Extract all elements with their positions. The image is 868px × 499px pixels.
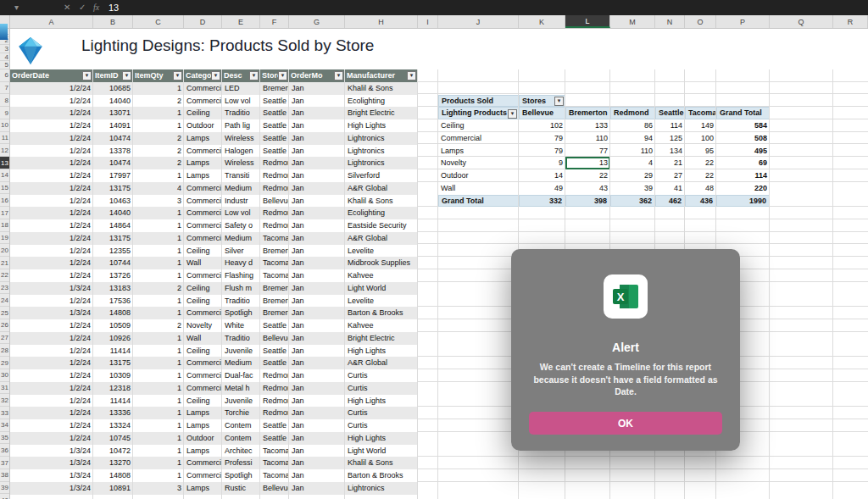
table-cell[interactable]: Tacoma bbox=[260, 469, 289, 482]
table-cell[interactable]: 17536 bbox=[93, 295, 133, 308]
column-header-e[interactable]: E bbox=[222, 15, 260, 28]
table-cell[interactable]: Jan bbox=[289, 119, 345, 132]
table-cell[interactable]: Outdoor bbox=[184, 119, 222, 132]
row-header-9[interactable]: 9 bbox=[0, 107, 9, 119]
table-cell[interactable]: 1 bbox=[133, 445, 184, 457]
table-cell[interactable]: A&R Global bbox=[345, 357, 418, 369]
pivot-value-cell[interactable]: 102 bbox=[519, 119, 565, 132]
table-cell[interactable]: Metal h bbox=[222, 382, 260, 395]
table-cell[interactable]: 13175 bbox=[93, 357, 133, 369]
table-cell[interactable]: Seattle bbox=[260, 145, 289, 158]
row-header-5[interactable]: 5 bbox=[0, 61, 9, 69]
pivot-column-header-bremerton[interactable]: Bremerton bbox=[565, 107, 610, 119]
table-cell[interactable]: Jan bbox=[289, 95, 345, 108]
row-header-10[interactable]: 10 bbox=[0, 119, 9, 132]
table-cell[interactable]: Jan bbox=[289, 432, 345, 445]
row-header-8[interactable]: 8 bbox=[0, 94, 9, 107]
filter-button-manufacturer[interactable]: ▼ bbox=[407, 71, 416, 80]
table-cell[interactable]: Midbrook Supplies bbox=[345, 257, 418, 269]
table-cell[interactable]: 1 bbox=[133, 295, 184, 308]
table-cell[interactable]: Halogen bbox=[222, 145, 260, 158]
table-cell[interactable]: Jan bbox=[289, 145, 345, 158]
pivot-grand-total-value[interactable]: 436 bbox=[685, 195, 716, 208]
table-cell[interactable]: Bremerton bbox=[260, 245, 289, 258]
table-header-desc[interactable]: Desc▼ bbox=[222, 69, 260, 82]
table-cell[interactable]: Jan bbox=[289, 395, 345, 408]
table-cell[interactable]: Bright Electric bbox=[345, 332, 418, 345]
table-cell[interactable]: Redmond bbox=[260, 395, 289, 408]
table-cell[interactable]: 4 bbox=[133, 182, 184, 195]
pivot-value-cell[interactable]: 79 bbox=[519, 132, 565, 145]
table-cell[interactable]: High Lights bbox=[345, 345, 418, 358]
table-cell[interactable]: Wireless bbox=[222, 157, 260, 169]
pivot-value-cell[interactable]: 22 bbox=[685, 157, 716, 169]
row-header-37[interactable]: 37 bbox=[0, 457, 9, 469]
table-cell[interactable]: 1/2/24 bbox=[10, 119, 93, 132]
table-cell[interactable]: 10474 bbox=[93, 132, 133, 145]
table-cell[interactable]: Jan bbox=[289, 269, 345, 282]
pivot-column-header-grand-total[interactable]: Grand Total bbox=[716, 107, 770, 119]
pivot-grand-total-value[interactable]: 362 bbox=[610, 195, 655, 208]
table-cell[interactable]: Commercial bbox=[184, 195, 222, 208]
table-cell[interactable]: Industr bbox=[222, 195, 260, 208]
pivot-value-cell[interactable]: 495 bbox=[716, 145, 770, 158]
column-header-c[interactable]: C bbox=[133, 15, 184, 28]
filter-button-store[interactable]: ▼ bbox=[278, 71, 287, 80]
table-cell[interactable]: Jan bbox=[289, 219, 345, 232]
pivot-value-cell[interactable]: 29 bbox=[610, 169, 655, 182]
table-cell[interactable]: 1/2/24 bbox=[10, 345, 93, 358]
table-header-itemqty[interactable]: ItemQty▼ bbox=[133, 69, 184, 82]
row-header-29[interactable]: 29 bbox=[0, 357, 9, 369]
pivot-row-label[interactable]: Lamps bbox=[438, 145, 519, 158]
row-header-20[interactable]: 20 bbox=[0, 244, 9, 257]
table-cell[interactable]: High Lights bbox=[345, 395, 418, 408]
table-cell[interactable]: Medium bbox=[222, 357, 260, 369]
column-header-d[interactable]: D bbox=[184, 15, 222, 28]
table-cell[interactable]: Jan bbox=[289, 257, 345, 269]
table-cell[interactable]: Wireless bbox=[222, 132, 260, 145]
column-header-j[interactable]: J bbox=[438, 15, 519, 28]
table-cell[interactable]: Seattle bbox=[260, 357, 289, 369]
table-cell[interactable]: Barton & Brooks bbox=[345, 307, 418, 319]
pivot-value-cell[interactable]: 94 bbox=[610, 132, 655, 145]
table-cell[interactable]: Silver bbox=[222, 245, 260, 258]
table-cell[interactable]: Bremerton bbox=[260, 82, 289, 95]
table-cell[interactable]: 10926 bbox=[93, 332, 133, 345]
table-cell[interactable]: Commercial bbox=[184, 357, 222, 369]
table-cell[interactable]: Seattle bbox=[260, 319, 289, 332]
row-header-26[interactable]: 26 bbox=[0, 319, 9, 332]
filter-button-orderdate[interactable]: ▼ bbox=[82, 71, 92, 80]
table-cell[interactable]: Contem bbox=[222, 419, 260, 432]
pivot-value-cell[interactable]: 77 bbox=[565, 145, 610, 158]
table-cell[interactable]: 1 bbox=[133, 169, 184, 182]
column-header-m[interactable]: M bbox=[610, 15, 655, 28]
column-header-l[interactable]: L bbox=[565, 15, 610, 28]
table-cell[interactable]: Jan bbox=[289, 307, 345, 319]
column-header-k[interactable]: K bbox=[519, 15, 565, 28]
column-header-a[interactable]: A bbox=[10, 15, 93, 28]
table-cell[interactable]: Curtis bbox=[345, 407, 418, 419]
table-cell[interactable]: Jan bbox=[289, 445, 345, 457]
table-cell[interactable]: Commercial bbox=[184, 469, 222, 482]
pivot-value-cell[interactable]: 21 bbox=[655, 157, 685, 169]
row-header-27[interactable]: 27 bbox=[0, 332, 9, 345]
table-cell[interactable]: 1/3/24 bbox=[10, 445, 93, 457]
table-cell[interactable]: Commercial bbox=[184, 382, 222, 395]
table-cell[interactable]: Bellevue bbox=[260, 482, 289, 495]
table-cell[interactable]: Wall bbox=[184, 332, 222, 345]
table-cell[interactable]: Redmond bbox=[260, 407, 289, 419]
table-cell[interactable]: Jan bbox=[289, 107, 345, 119]
table-cell[interactable]: Redmond bbox=[260, 169, 289, 182]
table-cell[interactable]: 1/3/24 bbox=[10, 469, 93, 482]
row-header-35[interactable]: 35 bbox=[0, 432, 9, 445]
ok-button[interactable]: OK bbox=[529, 412, 722, 435]
table-cell[interactable]: 10891 bbox=[93, 482, 133, 495]
table-header-ordermo[interactable]: OrderMo▼ bbox=[289, 69, 345, 82]
table-cell[interactable]: LED bbox=[222, 82, 260, 95]
table-cell[interactable]: Jan bbox=[289, 345, 345, 358]
table-cell[interactable]: Redmond bbox=[260, 219, 289, 232]
table-cell[interactable]: Jan bbox=[289, 332, 345, 345]
pivot-value-cell[interactable]: 22 bbox=[565, 169, 610, 182]
row-header-19[interactable]: 19 bbox=[0, 232, 9, 245]
table-cell[interactable]: Tacoma bbox=[260, 257, 289, 269]
